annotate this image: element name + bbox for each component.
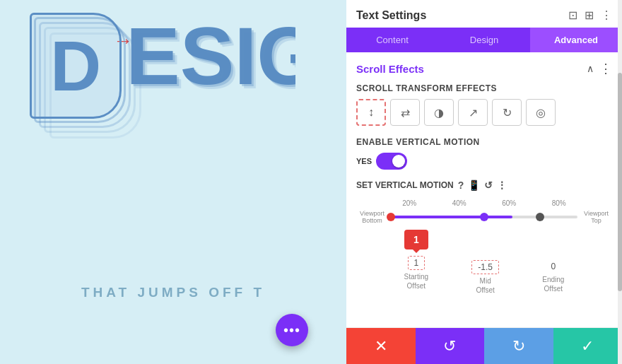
tab-design[interactable]: Design: [438, 28, 530, 52]
fade-btn[interactable]: ◑: [424, 99, 454, 126]
mid-offset-input[interactable]: -1.5: [471, 260, 499, 274]
viewport-bottom-label: ViewportBottom: [356, 210, 388, 224]
ending-offset-input[interactable]: 0: [545, 260, 561, 273]
pct-40: 40%: [452, 199, 466, 207]
end-thumb[interactable]: [536, 213, 544, 221]
redo-button[interactable]: ↻: [484, 328, 553, 364]
redo-icon: ↻: [512, 337, 525, 356]
collapse-icon[interactable]: ∧: [587, 63, 594, 74]
viewport-top-label: ViewportTop: [580, 210, 612, 224]
vertical-motion-toggle[interactable]: [376, 153, 407, 170]
scale-btn[interactable]: ◎: [526, 99, 556, 126]
rotate-btn[interactable]: ↻: [492, 99, 522, 126]
tab-content[interactable]: Content: [346, 28, 438, 52]
horizontal-motion-btn[interactable]: ⇄: [390, 99, 420, 126]
scroll-transform-label: Scroll Transform Effects: [356, 83, 612, 93]
set-vertical-motion-header: Set Vertical Motion ? 📱 ↺ ⋮: [356, 180, 612, 191]
percent-labels: 20% 40% 60% 80%: [356, 199, 612, 207]
panel-title: Text Settings: [356, 9, 426, 22]
starting-offset-number: 1: [413, 234, 419, 245]
starting-offset-badge: 1: [404, 230, 428, 249]
toggle-yes-label: YES: [356, 157, 372, 165]
slider-fill: [391, 216, 512, 218]
settings-panel: Text Settings ⊡ ⊞ ⋮ Content Design Advan…: [346, 0, 622, 364]
cancel-icon: ✕: [375, 337, 387, 356]
mobile-icon[interactable]: 📱: [468, 180, 480, 191]
reset-icon[interactable]: ↺: [484, 180, 493, 191]
vertical-motion-btn[interactable]: ↕: [356, 99, 386, 126]
mid-offset-label: MidOffset: [476, 276, 495, 295]
subtitle-text: THAT JUMPS OFF T: [0, 285, 346, 300]
slider-track-container: ViewportBottom ViewportTop: [356, 210, 612, 224]
set-vertical-label: Set Vertical Motion: [356, 180, 454, 190]
screen-icon[interactable]: ⊡: [568, 8, 577, 22]
section-more-icon[interactable]: ⋮: [599, 62, 612, 75]
mid-thumb[interactable]: [480, 213, 488, 221]
panel-content: Scroll Effects ∧ ⋮ Scroll Transform Effe…: [346, 52, 622, 327]
transform-icons-row: ↕ ⇄ ◑ ↗ ↻ ◎: [356, 99, 612, 126]
cancel-button[interactable]: ✕: [346, 328, 416, 364]
slider-area: 20% 40% 60% 80% ViewportBottom ViewportT…: [356, 199, 612, 224]
action-bar: ✕ ↺ ↻ ✓: [346, 327, 622, 364]
options-icon[interactable]: ⋮: [497, 180, 507, 191]
pct-20: 20%: [402, 199, 416, 207]
enable-vertical-label: Enable Vertical Motion: [356, 137, 612, 147]
help-icon[interactable]: ?: [458, 180, 464, 191]
starting-offset-input[interactable]: 1: [408, 256, 426, 270]
toggle-container: YES: [356, 153, 612, 170]
starting-offset-item: 1 1 StartingOffset: [404, 230, 428, 295]
panel-header: Text Settings ⊡ ⊞ ⋮: [346, 0, 622, 22]
tab-advanced[interactable]: Advanced: [530, 28, 622, 52]
start-thumb[interactable]: [387, 213, 395, 221]
design-letters: ESI ESI ESI G G G: [126, 16, 295, 97]
scrollbar-thumb: [618, 73, 622, 291]
confirm-button[interactable]: ✓: [553, 328, 623, 364]
undo-icon: ↺: [443, 337, 456, 356]
floating-menu-button[interactable]: •••: [276, 314, 308, 346]
dots-icon: •••: [283, 322, 300, 339]
slider-track[interactable]: [391, 216, 577, 218]
confirm-icon: ✓: [581, 337, 594, 356]
ending-offset-item: 0 EndingOffset: [542, 230, 564, 295]
canvas-preview: → D ESI ESI ESI G G G THAT JUMPS OFF T •…: [0, 0, 346, 364]
toggle-knob: [392, 155, 405, 168]
pct-80: 80%: [552, 199, 566, 207]
ending-offset-label: EndingOffset: [542, 275, 564, 293]
mid-offset-item: -1.5 MidOffset: [471, 230, 499, 295]
offset-row: 1 1 StartingOffset -1.5 MidOffset 0 Endi…: [356, 230, 612, 295]
tab-bar: Content Design Advanced: [346, 28, 622, 52]
scrollbar[interactable]: [618, 0, 622, 364]
header-icons: ⊡ ⊞ ⋮: [568, 8, 612, 22]
section-controls: ∧ ⋮: [587, 62, 612, 75]
undo-button[interactable]: ↺: [416, 328, 485, 364]
layout-icon[interactable]: ⊞: [585, 8, 594, 22]
scroll-effects-section-header: Scroll Effects ∧ ⋮: [356, 62, 612, 75]
skew-btn[interactable]: ↗: [458, 99, 488, 126]
section-title: Scroll Effects: [356, 63, 424, 75]
more-menu-icon[interactable]: ⋮: [601, 8, 612, 22]
pct-60: 60%: [502, 199, 516, 207]
starting-offset-label: StartingOffset: [404, 272, 428, 290]
